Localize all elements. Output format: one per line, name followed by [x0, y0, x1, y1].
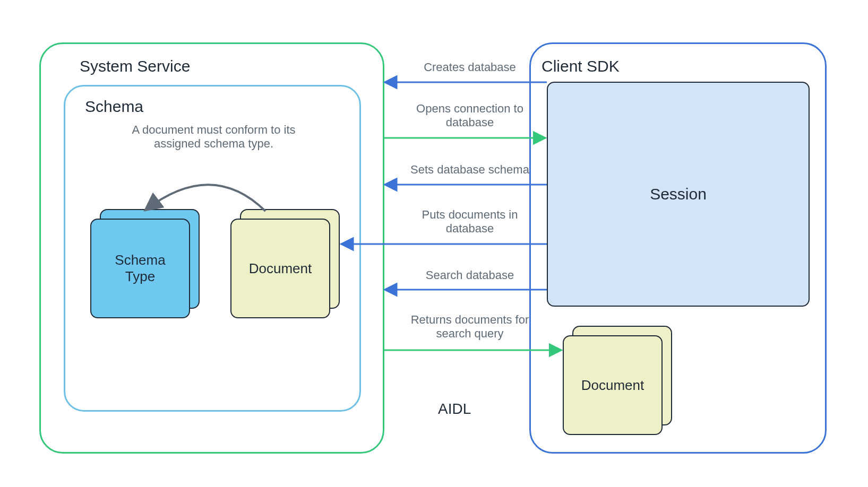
client-document-card-front: Document — [563, 335, 663, 435]
schema-document-card-front: Document — [230, 219, 330, 318]
arrow-label-opens-connection: Opens connection to database — [398, 102, 542, 129]
schema-type-card-front: Schema Type — [90, 219, 190, 318]
client-document-card-stack: Document — [563, 326, 672, 435]
aidl-label: AIDL — [438, 401, 471, 418]
schema-title: Schema — [85, 98, 143, 116]
session-box: Session — [547, 82, 810, 307]
system-service-title: System Service — [80, 57, 190, 75]
arrow-label-creates-database: Creates database — [398, 60, 542, 74]
arrow-label-sets-schema: Sets database schema — [398, 163, 542, 177]
arrow-label-returns-documents: Returns documents for search query — [398, 313, 542, 341]
schema-note: A document must conform to its assigned … — [119, 123, 308, 151]
schema-type-card-stack: Schema Type — [90, 209, 200, 318]
client-sdk-title: Client SDK — [542, 57, 620, 75]
arrow-label-search-database: Search database — [398, 268, 542, 282]
arrow-label-puts-documents: Puts documents in database — [398, 208, 542, 236]
schema-document-card-stack: Document — [230, 209, 340, 318]
